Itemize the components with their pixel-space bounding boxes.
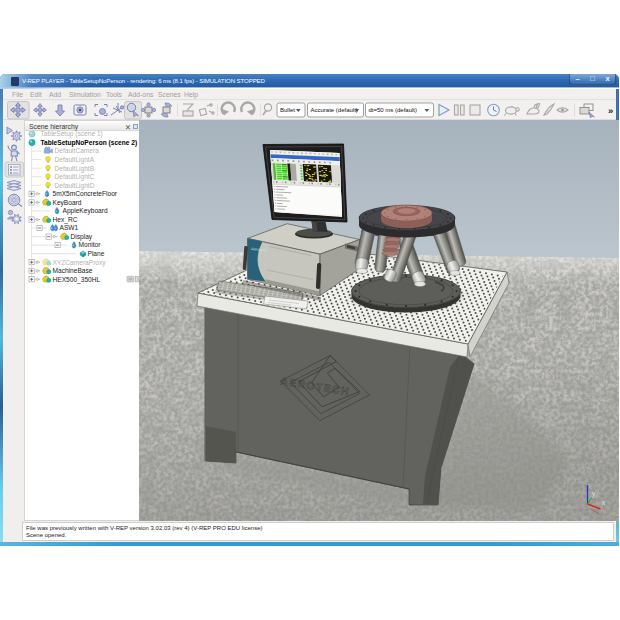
svg-text:Display: Display xyxy=(71,232,93,240)
svg-text:HEX500_350HL: HEX500_350HL xyxy=(53,275,101,283)
svg-text:5mX5mConcreteFloor: 5mX5mConcreteFloor xyxy=(53,190,118,197)
svg-text:Bullet: Bullet xyxy=(280,107,295,113)
svg-text:DefaultLightB: DefaultLightB xyxy=(55,164,95,172)
svg-text:AppleKeyboard: AppleKeyboard xyxy=(63,207,108,215)
svg-text:XYZCameraProxy: XYZCameraProxy xyxy=(53,258,107,266)
svg-text:Plane: Plane xyxy=(88,250,105,257)
svg-text:TableSetupNoPerson (scene 2): TableSetupNoPerson (scene 2) xyxy=(41,138,138,146)
svg-text:ASW1: ASW1 xyxy=(60,224,79,231)
svg-text:TableSetup (scene 1): TableSetup (scene 1) xyxy=(41,131,103,138)
svg-text:Hex_RC: Hex_RC xyxy=(53,215,78,223)
svg-text:»: » xyxy=(608,105,613,116)
svg-text:dt=50 ms (default): dt=50 ms (default) xyxy=(369,107,418,113)
svg-text:DefaultLightA: DefaultLightA xyxy=(55,155,95,163)
svg-text:Monitor: Monitor xyxy=(79,241,102,248)
svg-text:DefaultLightD: DefaultLightD xyxy=(55,181,95,189)
svg-text:Accurate (default): Accurate (default) xyxy=(311,107,358,113)
svg-text:DefaultLightC: DefaultLightC xyxy=(55,173,95,181)
svg-text:DefaultCamera: DefaultCamera xyxy=(55,147,100,154)
svg-text:KeyBoard: KeyBoard xyxy=(53,198,82,206)
svg-text:MachineBase: MachineBase xyxy=(53,267,93,274)
